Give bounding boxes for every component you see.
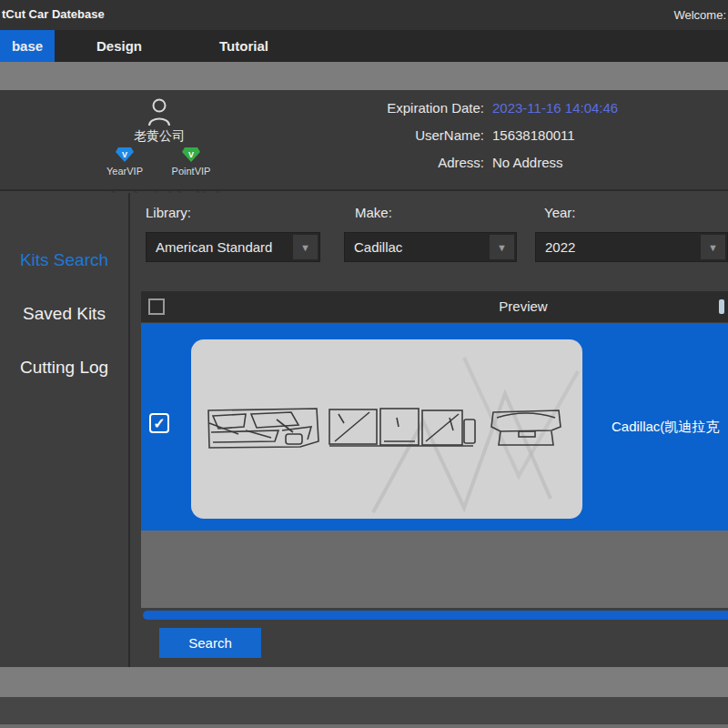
library-label: Library:: [146, 205, 191, 220]
user-info-panel: 老黄公司 V YearVIP V PointVIP Expiration Dat…: [0, 90, 728, 191]
year-label: Year:: [544, 205, 575, 220]
search-button[interactable]: Search: [159, 628, 261, 658]
year-select-value: 2022: [536, 239, 701, 255]
username-row: UserName: 15638180011: [364, 127, 728, 146]
tab-database[interactable]: base: [0, 30, 55, 62]
company-name: 老黄公司: [105, 128, 214, 145]
tab-tutorial[interactable]: Tutorial: [209, 30, 278, 62]
svg-text:V: V: [122, 150, 127, 159]
point-vip-label: PointVIP: [172, 166, 211, 177]
username-value: 15638180011: [492, 127, 575, 146]
main-area: Kits Search Saved Kits Cutting Log Libra…: [0, 193, 728, 667]
tab-design[interactable]: Design: [87, 30, 151, 62]
horizontal-scrollbar[interactable]: [143, 611, 728, 620]
sidebar-item-saved-kits[interactable]: Saved Kits: [0, 304, 128, 324]
expiration-label: Expiration Date:: [364, 100, 484, 118]
header-separator-band: [0, 62, 728, 90]
row-checkbox-checked[interactable]: ✓: [149, 413, 169, 433]
address-value: No Address: [492, 155, 563, 173]
app-title: tCut Car Datebase: [2, 7, 105, 21]
library-select[interactable]: American Standard ▼: [146, 232, 320, 262]
make-select-value: Cadillac: [345, 239, 490, 255]
year-select[interactable]: 2022 ▼: [535, 232, 728, 262]
chevron-down-icon[interactable]: ▼: [490, 235, 514, 259]
expiration-row: Expiration Date: 2023-11-16 14:04:46: [364, 100, 728, 118]
app-window: GW GW GW tCut Car Datebase Welcome: base…: [0, 0, 728, 728]
svg-text:V: V: [188, 150, 194, 159]
address-row: Adress: No Address: [364, 155, 728, 173]
kit-name: Cadillac(凯迪拉克: [612, 419, 719, 436]
year-vip-badge: V YearVIP: [101, 147, 148, 177]
make-label: Make:: [355, 205, 392, 220]
title-bar: tCut Car Datebase Welcome:: [0, 0, 728, 30]
result-row-cadillac[interactable]: ✓: [141, 323, 728, 531]
chevron-down-icon[interactable]: ▼: [293, 235, 318, 259]
make-select[interactable]: Cadillac ▼: [344, 232, 517, 262]
library-select-value: American Standard: [147, 239, 293, 255]
preview-column-header: Preview: [350, 298, 696, 314]
table-empty-area: [141, 531, 728, 608]
username-label: UserName:: [364, 127, 484, 146]
welcome-text: Welcome:: [673, 8, 726, 22]
vertical-scrollbar-thumb[interactable]: [719, 299, 724, 314]
kit-preview-image: [191, 339, 582, 519]
sidebar-divider: [128, 193, 130, 667]
year-vip-label: YearVIP: [106, 166, 143, 177]
point-vip-icon: V: [182, 147, 200, 163]
point-vip-badge: V PointVIP: [167, 147, 215, 177]
address-label: Adress:: [364, 155, 484, 173]
bottom-gray-band: [0, 667, 728, 697]
user-avatar-icon: [147, 97, 171, 126]
chevron-down-icon[interactable]: ▼: [701, 235, 725, 259]
year-vip-icon: V: [116, 147, 134, 163]
bottom-dark-band: [0, 697, 728, 724]
sidebar-item-kits-search[interactable]: Kits Search: [0, 250, 128, 270]
expiration-value: 2023-11-16 14:04:46: [492, 100, 618, 118]
table-header: Preview: [141, 291, 728, 322]
bottom-strip: [0, 724, 728, 728]
sidebar-item-cutting-log[interactable]: Cutting Log: [0, 358, 128, 378]
select-all-checkbox[interactable]: [148, 298, 165, 315]
tab-bar: base Design Tutorial: [0, 30, 728, 62]
